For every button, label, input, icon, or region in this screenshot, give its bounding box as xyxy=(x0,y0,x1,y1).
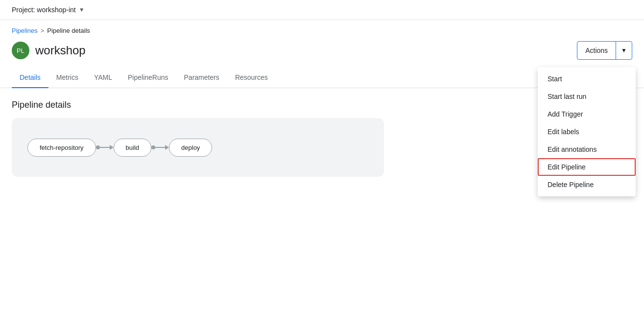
breadcrumb-separator: > xyxy=(41,27,45,34)
breadcrumb-link-pipelines[interactable]: Pipelines xyxy=(12,27,38,34)
connector-line xyxy=(155,147,165,148)
breadcrumb: Pipelines > Pipeline details xyxy=(0,20,644,37)
dropdown-item-edit-pipeline[interactable]: Edit Pipeline xyxy=(538,158,636,176)
connector-dot xyxy=(151,145,155,149)
dropdown-item-start[interactable]: Start xyxy=(538,70,636,88)
pipeline-node: fetch-repository xyxy=(27,139,96,157)
pipeline-diagram: fetch-repositorybuilddeploy xyxy=(12,118,384,177)
connector-dot xyxy=(96,145,100,149)
tab-metrics[interactable]: Metrics xyxy=(48,68,86,88)
pipeline-connector xyxy=(151,145,169,150)
top-bar: Project: workshop-int ▼ xyxy=(0,0,644,20)
dropdown-item-edit-annotations[interactable]: Edit annotations xyxy=(538,141,636,158)
pipeline-node: build xyxy=(114,139,151,157)
avatar: PL xyxy=(12,42,29,59)
tab-pipelineruns[interactable]: PipelineRuns xyxy=(120,68,176,88)
project-dropdown-arrow: ▼ xyxy=(79,6,85,13)
actions-label: Actions xyxy=(577,43,616,58)
dropdown-item-add-trigger[interactable]: Add Trigger xyxy=(538,105,636,123)
actions-dropdown-menu: StartStart last runAdd TriggerEdit label… xyxy=(538,67,636,189)
connector-arrow xyxy=(110,145,114,150)
tab-details[interactable]: Details xyxy=(12,68,48,88)
actions-dropdown-arrow[interactable]: ▼ xyxy=(616,43,632,58)
dropdown-item-start-last-run[interactable]: Start last run xyxy=(538,88,636,105)
connector-arrow xyxy=(165,145,169,150)
project-name: Project: workshop-int xyxy=(12,6,76,14)
tab-resources[interactable]: Resources xyxy=(227,68,276,88)
dropdown-item-delete-pipeline[interactable]: Delete Pipeline xyxy=(538,176,636,189)
pipeline-connector xyxy=(96,145,114,150)
page-header: PL workshop Actions ▼ xyxy=(0,37,644,68)
breadcrumb-current: Pipeline details xyxy=(47,27,90,34)
pipeline-node: deploy xyxy=(169,139,212,157)
page-title: workshop xyxy=(35,44,86,57)
tab-parameters[interactable]: Parameters xyxy=(176,68,227,88)
project-selector[interactable]: Project: workshop-int ▼ xyxy=(12,6,85,14)
actions-button[interactable]: Actions ▼ xyxy=(577,41,632,60)
page-title-area: PL workshop xyxy=(12,42,86,59)
tab-yaml[interactable]: YAML xyxy=(86,68,120,88)
connector-line xyxy=(100,147,110,148)
dropdown-item-edit-labels[interactable]: Edit labels xyxy=(538,123,636,141)
